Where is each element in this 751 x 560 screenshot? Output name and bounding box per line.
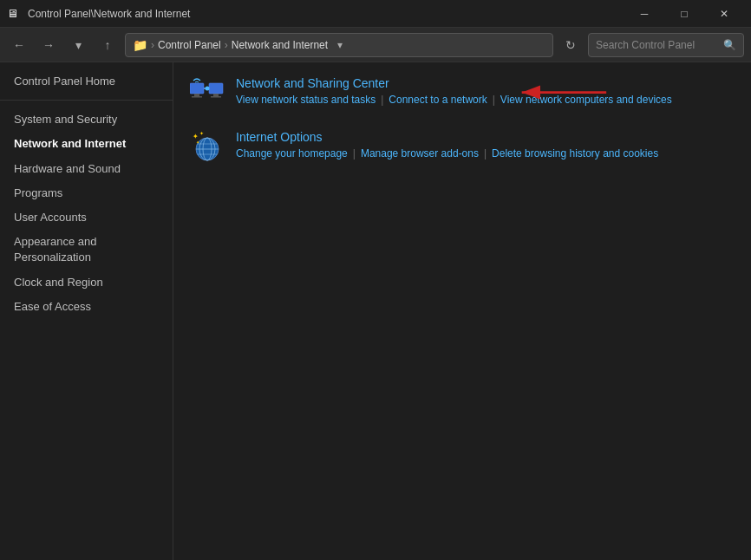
maximize-button[interactable]: □ [664,0,704,28]
sidebar-item-appearance-personalization[interactable]: Appearance and Personalization [0,230,173,270]
connect-network-link[interactable]: Connect to a network [389,94,487,106]
svg-rect-5 [211,96,221,98]
svg-rect-0 [190,83,204,94]
network-sharing-section: Network and Sharing Center View network … [191,76,734,109]
svg-rect-1 [194,94,199,96]
sidebar-divider [0,94,173,101]
title-bar-left: 🖥 Control Panel\Network and Internet [7,7,190,21]
sidebar: Control Panel Home System and Security N… [0,62,173,560]
sidebar-item-user-accounts[interactable]: User Accounts [0,205,173,230]
path-sep-1: › [151,39,154,51]
network-sharing-icon [191,76,224,109]
sidebar-item-system-security[interactable]: System and Security [0,107,173,132]
search-icon: 🔍 [723,39,736,51]
sidebar-item-hardware-sound[interactable]: Hardware and Sound [0,157,173,181]
network-sharing-links: View network status and tasks | Connect … [236,94,734,106]
svg-text:✦: ✦ [199,131,204,136]
forward-button[interactable]: → [36,33,61,57]
svg-rect-4 [213,94,219,96]
path-control-panel[interactable]: Control Panel [158,39,221,51]
refresh-button[interactable]: ↻ [558,33,583,57]
internet-options-title[interactable]: Internet Options [236,130,323,144]
search-box[interactable]: Search Control Panel 🔍 [588,33,744,57]
search-placeholder: Search Control Panel [596,39,695,51]
path-sep-2: › [225,39,228,51]
folder-icon: 📁 [133,38,147,52]
sep-1: | [381,94,383,106]
window-title: Control Panel\Network and Internet [28,8,190,20]
svg-text:✦: ✦ [196,140,199,145]
sidebar-item-ease-access[interactable]: Ease of Access [0,295,173,319]
sidebar-item-programs[interactable]: Programs [0,181,173,205]
manage-addons-link[interactable]: Manage browser add-ons [361,147,479,160]
internet-options-content: Internet Options Change your homepage | … [236,130,734,160]
sep-3: | [353,147,356,160]
minimize-button[interactable]: ─ [624,0,664,28]
address-path[interactable]: 📁 › Control Panel › Network and Internet… [125,33,553,57]
address-bar: ← → ▾ ↑ 📁 › Control Panel › Network and … [0,28,751,62]
change-homepage-link[interactable]: Change your homepage [236,147,348,160]
svg-rect-3 [209,83,223,94]
back-button[interactable]: ← [7,33,31,57]
view-network-computers-link[interactable]: View network computers and devices [500,94,672,106]
dropdown-button[interactable]: ▾ [66,33,90,57]
app-icon: 🖥 [7,7,21,21]
network-sharing-content: Network and Sharing Center View network … [236,76,734,106]
svg-rect-2 [192,96,202,98]
internet-options-icon: ✦ ✦ ✦ [191,130,224,163]
sep-2: | [493,94,495,106]
title-bar: 🖥 Control Panel\Network and Internet ─ □… [0,0,751,28]
address-dropdown-btn[interactable]: ▾ [331,33,349,57]
close-button[interactable]: ✕ [704,0,744,28]
up-button[interactable]: ↑ [95,33,120,57]
sidebar-item-control-panel-home[interactable]: Control Panel Home [0,69,173,94]
sidebar-item-network-internet[interactable]: Network and Internet [0,132,173,156]
svg-point-7 [206,87,210,91]
view-network-status-link[interactable]: View network status and tasks [236,94,376,106]
internet-options-links: Change your homepage | Manage browser ad… [236,147,734,160]
window-controls: ─ □ ✕ [624,0,744,28]
sidebar-item-clock-region[interactable]: Clock and Region [0,270,173,295]
internet-options-section: ✦ ✦ ✦ Internet Options Change your homep… [191,130,734,163]
sep-4: | [484,147,487,160]
path-network-internet: Network and Internet [232,39,328,51]
network-sharing-title[interactable]: Network and Sharing Center [236,76,389,90]
delete-history-link[interactable]: Delete browsing history and cookies [492,147,658,160]
content-area: Network and Sharing Center View network … [173,62,751,560]
main-layout: Control Panel Home System and Security N… [0,62,751,560]
